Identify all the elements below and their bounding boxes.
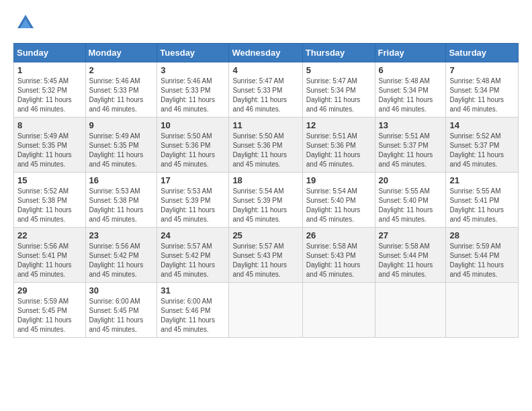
calendar-cell: 1 Sunrise: 5:45 AMSunset: 5:32 PMDayligh…: [14, 62, 86, 118]
day-info: Sunrise: 6:00 AMSunset: 5:46 PMDaylight:…: [161, 297, 225, 334]
header: [13, 13, 519, 32]
calendar-cell: 6 Sunrise: 5:48 AMSunset: 5:34 PMDayligh…: [375, 62, 446, 118]
week-row-1: 1 Sunrise: 5:45 AMSunset: 5:32 PMDayligh…: [14, 62, 519, 118]
calendar-cell: 4 Sunrise: 5:47 AMSunset: 5:33 PMDayligh…: [229, 62, 302, 118]
calendar-cell: 22 Sunrise: 5:56 AMSunset: 5:41 PMDaylig…: [14, 228, 86, 283]
week-row-2: 8 Sunrise: 5:49 AMSunset: 5:35 PMDayligh…: [14, 118, 519, 173]
day-info: Sunrise: 5:47 AMSunset: 5:33 PMDaylight:…: [232, 77, 298, 114]
day-info: Sunrise: 5:56 AMSunset: 5:41 PMDaylight:…: [17, 242, 82, 279]
day-info: Sunrise: 5:57 AMSunset: 5:42 PMDaylight:…: [161, 242, 225, 279]
header-wednesday: Wednesday: [229, 44, 302, 62]
day-number: 12: [306, 120, 371, 130]
day-number: 22: [17, 230, 82, 240]
calendar-cell: 8 Sunrise: 5:49 AMSunset: 5:35 PMDayligh…: [14, 118, 86, 173]
day-info: Sunrise: 5:48 AMSunset: 5:34 PMDaylight:…: [379, 77, 443, 114]
day-number: 31: [161, 285, 225, 295]
calendar-cell: [229, 283, 302, 338]
day-number: 16: [89, 175, 154, 185]
calendar-cell: 5 Sunrise: 5:47 AMSunset: 5:34 PMDayligh…: [302, 62, 375, 118]
calendar-cell: 11 Sunrise: 5:50 AMSunset: 5:36 PMDaylig…: [229, 118, 302, 173]
calendar-cell: 19 Sunrise: 5:54 AMSunset: 5:40 PMDaylig…: [302, 173, 375, 228]
calendar-cell: [375, 283, 446, 338]
day-number: 10: [161, 120, 225, 130]
calendar-cell: 28 Sunrise: 5:59 AMSunset: 5:44 PMDaylig…: [446, 228, 519, 283]
day-number: 11: [232, 120, 298, 130]
calendar-cell: 16 Sunrise: 5:53 AMSunset: 5:38 PMDaylig…: [85, 173, 157, 228]
calendar-cell: 2 Sunrise: 5:46 AMSunset: 5:33 PMDayligh…: [85, 62, 157, 118]
day-number: 21: [449, 175, 515, 185]
day-info: Sunrise: 5:55 AMSunset: 5:41 PMDaylight:…: [449, 187, 515, 224]
calendar-cell: 23 Sunrise: 5:56 AMSunset: 5:42 PMDaylig…: [85, 228, 157, 283]
logo-icon: [16, 13, 35, 32]
day-number: 19: [306, 175, 371, 185]
day-info: Sunrise: 5:54 AMSunset: 5:39 PMDaylight:…: [232, 187, 298, 224]
header-thursday: Thursday: [302, 44, 375, 62]
day-info: Sunrise: 5:59 AMSunset: 5:45 PMDaylight:…: [17, 297, 82, 334]
day-info: Sunrise: 5:59 AMSunset: 5:44 PMDaylight:…: [449, 242, 515, 279]
day-info: Sunrise: 5:51 AMSunset: 5:37 PMDaylight:…: [379, 132, 443, 169]
day-number: 28: [449, 230, 515, 240]
day-number: 27: [379, 230, 443, 240]
day-info: Sunrise: 5:52 AMSunset: 5:38 PMDaylight:…: [17, 187, 82, 224]
calendar-cell: 7 Sunrise: 5:48 AMSunset: 5:34 PMDayligh…: [446, 62, 519, 118]
day-info: Sunrise: 5:50 AMSunset: 5:36 PMDaylight:…: [161, 132, 225, 169]
header-saturday: Saturday: [446, 44, 519, 62]
day-info: Sunrise: 5:49 AMSunset: 5:35 PMDaylight:…: [17, 132, 82, 169]
day-info: Sunrise: 5:56 AMSunset: 5:42 PMDaylight:…: [89, 242, 154, 279]
day-info: Sunrise: 5:48 AMSunset: 5:34 PMDaylight:…: [449, 77, 515, 114]
week-row-3: 15 Sunrise: 5:52 AMSunset: 5:38 PMDaylig…: [14, 173, 519, 228]
day-info: Sunrise: 5:49 AMSunset: 5:35 PMDaylight:…: [89, 132, 154, 169]
calendar-cell: 9 Sunrise: 5:49 AMSunset: 5:35 PMDayligh…: [85, 118, 157, 173]
day-info: Sunrise: 5:55 AMSunset: 5:40 PMDaylight:…: [379, 187, 443, 224]
header-sunday: Sunday: [14, 44, 86, 62]
header-friday: Friday: [375, 44, 446, 62]
header-tuesday: Tuesday: [157, 44, 229, 62]
calendar-cell: 10 Sunrise: 5:50 AMSunset: 5:36 PMDaylig…: [157, 118, 229, 173]
day-info: Sunrise: 5:46 AMSunset: 5:33 PMDaylight:…: [89, 77, 154, 114]
day-number: 20: [379, 175, 443, 185]
days-header-row: SundayMondayTuesdayWednesdayThursdayFrid…: [14, 44, 519, 62]
calendar-cell: [446, 283, 519, 338]
day-info: Sunrise: 5:46 AMSunset: 5:33 PMDaylight:…: [161, 77, 225, 114]
calendar-cell: 27 Sunrise: 5:58 AMSunset: 5:44 PMDaylig…: [375, 228, 446, 283]
calendar-cell: 14 Sunrise: 5:52 AMSunset: 5:37 PMDaylig…: [446, 118, 519, 173]
day-number: 8: [17, 120, 82, 130]
day-number: 24: [161, 230, 225, 240]
calendar-cell: 29 Sunrise: 5:59 AMSunset: 5:45 PMDaylig…: [14, 283, 86, 338]
day-info: Sunrise: 5:50 AMSunset: 5:36 PMDaylight:…: [232, 132, 298, 169]
day-info: Sunrise: 5:57 AMSunset: 5:43 PMDaylight:…: [232, 242, 298, 279]
calendar-cell: 31 Sunrise: 6:00 AMSunset: 5:46 PMDaylig…: [157, 283, 229, 338]
day-number: 6: [379, 65, 443, 75]
day-number: 18: [232, 175, 298, 185]
day-info: Sunrise: 5:53 AMSunset: 5:38 PMDaylight:…: [89, 187, 154, 224]
day-info: Sunrise: 5:53 AMSunset: 5:39 PMDaylight:…: [161, 187, 225, 224]
calendar-cell: 30 Sunrise: 6:00 AMSunset: 5:45 PMDaylig…: [85, 283, 157, 338]
day-number: 25: [232, 230, 298, 240]
day-number: 26: [306, 230, 371, 240]
day-number: 30: [89, 285, 154, 295]
day-number: 2: [89, 65, 154, 75]
day-info: Sunrise: 5:45 AMSunset: 5:32 PMDaylight:…: [17, 77, 82, 114]
day-number: 7: [449, 65, 515, 75]
calendar-cell: 13 Sunrise: 5:51 AMSunset: 5:37 PMDaylig…: [375, 118, 446, 173]
calendar-cell: 26 Sunrise: 5:58 AMSunset: 5:43 PMDaylig…: [302, 228, 375, 283]
header-monday: Monday: [85, 44, 157, 62]
calendar-cell: 24 Sunrise: 5:57 AMSunset: 5:42 PMDaylig…: [157, 228, 229, 283]
day-number: 13: [379, 120, 443, 130]
week-row-5: 29 Sunrise: 5:59 AMSunset: 5:45 PMDaylig…: [14, 283, 519, 338]
calendar-cell: 3 Sunrise: 5:46 AMSunset: 5:33 PMDayligh…: [157, 62, 229, 118]
day-number: 4: [232, 65, 298, 75]
calendar-cell: 17 Sunrise: 5:53 AMSunset: 5:39 PMDaylig…: [157, 173, 229, 228]
day-number: 29: [17, 285, 82, 295]
day-info: Sunrise: 5:54 AMSunset: 5:40 PMDaylight:…: [306, 187, 371, 224]
day-number: 15: [17, 175, 82, 185]
calendar-cell: 21 Sunrise: 5:55 AMSunset: 5:41 PMDaylig…: [446, 173, 519, 228]
day-number: 1: [17, 65, 82, 75]
week-row-4: 22 Sunrise: 5:56 AMSunset: 5:41 PMDaylig…: [14, 228, 519, 283]
day-info: Sunrise: 5:52 AMSunset: 5:37 PMDaylight:…: [449, 132, 515, 169]
calendar-cell: 15 Sunrise: 5:52 AMSunset: 5:38 PMDaylig…: [14, 173, 86, 228]
day-info: Sunrise: 5:47 AMSunset: 5:34 PMDaylight:…: [306, 77, 371, 114]
calendar-table: SundayMondayTuesdayWednesdayThursdayFrid…: [13, 43, 519, 338]
day-info: Sunrise: 5:58 AMSunset: 5:43 PMDaylight:…: [306, 242, 371, 279]
day-number: 23: [89, 230, 154, 240]
